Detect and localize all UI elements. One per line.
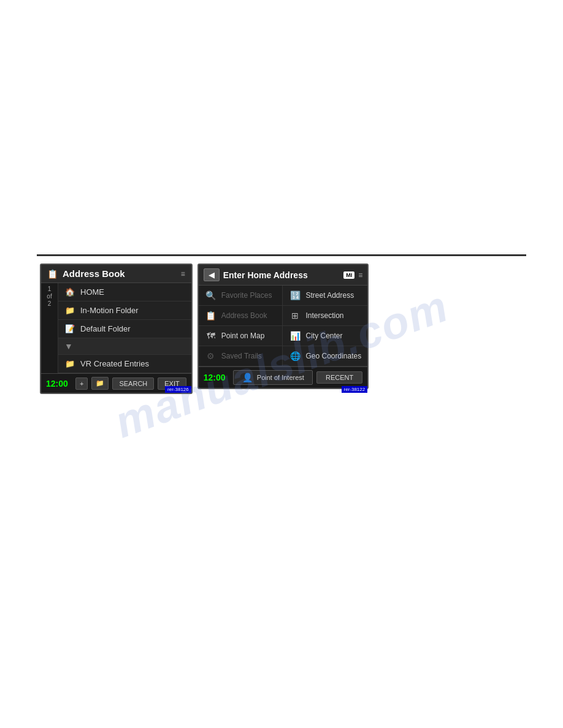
left-title-left: 📋 Address Book [47, 268, 125, 279]
address-book-label: Address Book [221, 311, 267, 320]
back-button[interactable]: ◀ [204, 268, 220, 281]
left-with-indicator: 1 of 2 🏠 HOME 📁 In-Motion Folder [41, 283, 191, 373]
point-on-map-icon: 🗺 [205, 331, 217, 341]
left-screen: 📋 Address Book ≡ 1 of 2 [40, 264, 193, 394]
poi-button[interactable]: 👤 Point of Interest [233, 370, 313, 385]
inmotion-label: In-Motion Folder [80, 306, 139, 315]
list-item-inmotion[interactable]: 📁 In-Motion Folder [58, 301, 191, 320]
menu-cell-saved-trails[interactable]: ⚙ Saved Trails [199, 346, 283, 366]
right-time: 12:00 [204, 373, 229, 382]
address-book-icon: 📋 [205, 311, 217, 320]
menu-cell-address-book[interactable]: 📋 Address Book [199, 306, 283, 326]
page-total: 2 [48, 300, 52, 308]
divider-line [37, 254, 526, 256]
right-menu-icon[interactable]: ≡ [358, 271, 362, 279]
left-ref-tag: rer-38126 [165, 386, 191, 393]
menu-grid: 🔍 Favorite Places 🔢 Street Address 📋 Add… [199, 286, 367, 366]
left-screen-title: Address Book [63, 268, 125, 279]
scroll-arrow-row[interactable]: ▼ [58, 338, 191, 355]
right-screen-title: Enter Home Address [223, 270, 340, 280]
poi-icon: 👤 [242, 373, 254, 382]
addressbook-title-icon: 📋 [47, 269, 58, 279]
scroll-arrow-icon: ▼ [64, 341, 73, 351]
vr-label: VR Created Entries [80, 359, 149, 368]
intersection-label: Intersection [305, 311, 343, 320]
saved-trails-icon: ⚙ [205, 351, 217, 361]
list-item-vr[interactable]: 📁 VR Created Entries [58, 355, 191, 373]
search-button[interactable]: SEARCH [112, 377, 154, 390]
favorite-places-icon: 🔍 [205, 290, 217, 300]
menu-cell-geo-coordinates[interactable]: 🌐 Geo Coordinates [283, 346, 367, 366]
page-container: manualslib.com 📋 Address Book ≡ [0, 0, 563, 728]
menu-cell-favorite-places[interactable]: 🔍 Favorite Places [199, 286, 283, 306]
right-title-bar: ◀ Enter Home Address MI ≡ [199, 265, 367, 286]
default-icon: 📝 [64, 324, 75, 333]
menu-cell-intersection[interactable]: ⊞ Intersection [283, 306, 367, 326]
menu-cell-street-address[interactable]: 🔢 Street Address [283, 286, 367, 306]
add-button[interactable]: + [75, 377, 88, 390]
city-center-label: City Center [305, 332, 342, 340]
saved-trails-label: Saved Trails [221, 352, 262, 360]
address-book-list: 🏠 HOME 📁 In-Motion Folder 📝 Default Fold… [58, 283, 191, 373]
right-screen-wrapper: ◀ Enter Home Address MI ≡ 🔍 Favorite Pla… [197, 264, 369, 394]
right-ref-tag: rer-38122 [342, 386, 368, 393]
list-item-home[interactable]: 🏠 HOME [58, 283, 191, 301]
street-address-icon: 🔢 [289, 290, 301, 300]
poi-label: Point of Interest [257, 374, 304, 381]
mi-badge: MI [343, 271, 354, 279]
home-label: HOME [80, 287, 104, 297]
page-current: 1 [48, 286, 52, 293]
recent-button[interactable]: RECENT [316, 371, 362, 384]
favorite-places-label: Favorite Places [221, 291, 272, 300]
geo-coordinates-icon: 🌐 [289, 351, 301, 361]
left-menu-icon[interactable]: ≡ [181, 270, 185, 278]
point-on-map-label: Point on Map [221, 332, 265, 340]
left-title-bar: 📋 Address Book ≡ [41, 265, 191, 283]
menu-cell-point-on-map[interactable]: 🗺 Point on Map [199, 326, 283, 346]
left-screen-wrapper: 📋 Address Book ≡ 1 of 2 [40, 264, 193, 394]
vr-icon: 📁 [64, 359, 75, 368]
page-indicator: 1 of 2 [41, 283, 58, 373]
menu-cell-city-center[interactable]: 📊 City Center [283, 326, 367, 346]
city-center-icon: 📊 [289, 331, 301, 341]
folder-button[interactable]: 📁 [91, 377, 109, 390]
default-label: Default Folder [80, 324, 131, 333]
page-of: of [47, 293, 52, 300]
right-screen: ◀ Enter Home Address MI ≡ 🔍 Favorite Pla… [197, 264, 369, 389]
list-item-default[interactable]: 📝 Default Folder [58, 320, 191, 338]
right-bottom-bar: 12:00 👤 Point of Interest RECENT [199, 366, 367, 388]
geo-coordinates-label: Geo Coordinates [305, 352, 361, 360]
street-address-label: Street Address [305, 291, 354, 300]
screens-container: 📋 Address Book ≡ 1 of 2 [40, 264, 523, 394]
home-icon: 🏠 [64, 287, 75, 297]
left-time: 12:00 [46, 379, 72, 389]
inmotion-icon: 📁 [64, 306, 75, 315]
intersection-icon: ⊞ [289, 311, 301, 320]
